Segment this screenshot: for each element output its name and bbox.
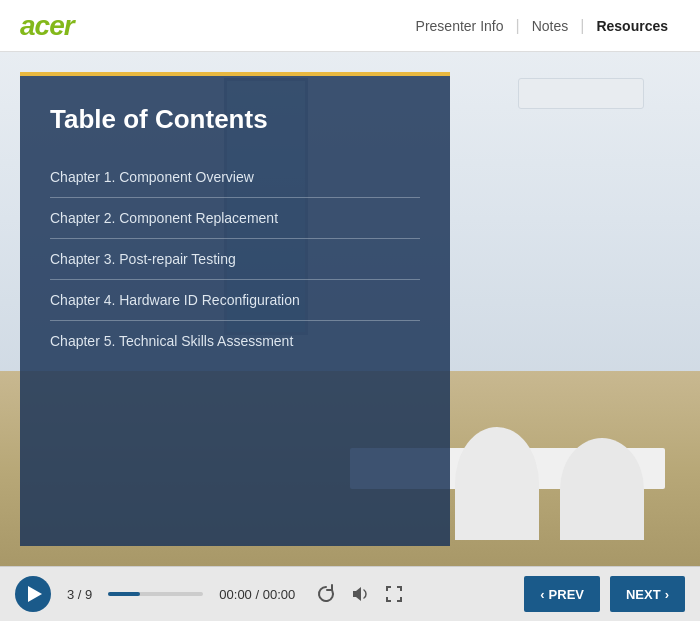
replay-button[interactable] (311, 579, 341, 609)
play-icon (28, 586, 42, 602)
chair-2 (455, 427, 539, 540)
nav-presenter-info[interactable]: Presenter Info (404, 18, 516, 34)
toc-item-1[interactable]: Chapter 1. Component Overview (50, 157, 420, 198)
fullscreen-icon (384, 584, 404, 604)
media-controls (311, 579, 409, 609)
next-label: NEXT (626, 587, 661, 602)
prev-button[interactable]: ‹ PREV (524, 576, 600, 612)
progress-bar-track[interactable] (108, 592, 203, 596)
progress-area[interactable] (108, 592, 203, 596)
replay-icon (316, 584, 336, 604)
nav-resources[interactable]: Resources (584, 18, 680, 34)
content-area: Table of Contents Chapter 1. Component O… (0, 52, 700, 566)
play-button[interactable] (15, 576, 51, 612)
air-conditioner (518, 78, 644, 109)
toc-item-4[interactable]: Chapter 4. Hardware ID Reconfiguration (50, 280, 420, 321)
next-button[interactable]: NEXT › (610, 576, 685, 612)
volume-icon (350, 584, 370, 604)
time-display: 00:00 / 00:00 (219, 587, 295, 602)
nav-notes[interactable]: Notes (520, 18, 581, 34)
prev-label: PREV (549, 587, 584, 602)
toc-item-5[interactable]: Chapter 5. Technical Skills Assessment (50, 321, 420, 361)
toc-title: Table of Contents (50, 104, 420, 135)
progress-bar-fill (108, 592, 139, 596)
chair-1 (560, 438, 644, 541)
fullscreen-button[interactable] (379, 579, 409, 609)
toc-item-3[interactable]: Chapter 3. Post-repair Testing (50, 239, 420, 280)
slide-counter: 3 / 9 (67, 587, 92, 602)
controls-bar: 3 / 9 00:00 / 00:00 (0, 566, 700, 621)
acer-logo: acer (20, 10, 74, 42)
next-chevron-icon: › (665, 587, 669, 602)
prev-chevron-icon: ‹ (540, 587, 544, 602)
header: acer Presenter Info | Notes | Resources (0, 0, 700, 52)
header-nav: Presenter Info | Notes | Resources (404, 17, 680, 35)
toc-panel: Table of Contents Chapter 1. Component O… (20, 72, 450, 546)
volume-button[interactable] (345, 579, 375, 609)
toc-item-2[interactable]: Chapter 2. Component Replacement (50, 198, 420, 239)
toc-list: Chapter 1. Component Overview Chapter 2.… (50, 157, 420, 361)
